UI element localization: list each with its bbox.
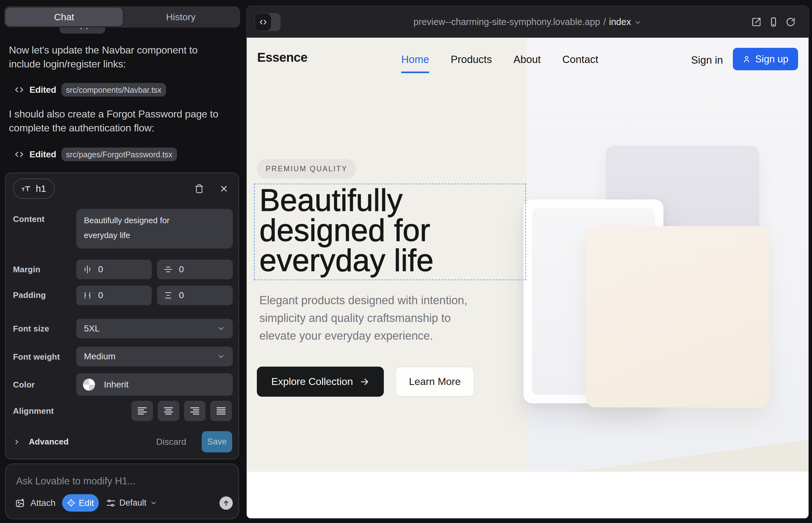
save-button[interactable]: Save <box>202 431 232 452</box>
hero-badge: PREMIUM QUALITY <box>257 159 356 179</box>
open-external-icon[interactable] <box>752 17 761 27</box>
color-label: Color <box>13 380 35 390</box>
attach-button[interactable]: Attach <box>15 498 55 508</box>
font-weight-select[interactable]: Medium <box>76 347 233 366</box>
content-label: Content <box>13 214 45 224</box>
font-size-select[interactable]: 5XL <box>76 319 233 339</box>
arrow-right-icon <box>360 377 369 386</box>
url-separator: / <box>603 17 606 27</box>
user-icon <box>742 55 751 63</box>
delete-element-button[interactable] <box>192 182 206 196</box>
alignment-buttons <box>131 401 232 421</box>
chat-composer: Ask Lovable to modify H1... Attach Edit … <box>5 464 239 519</box>
sliders-icon <box>106 498 116 508</box>
preview-window: preview--charming-site-symphony.lovable.… <box>246 6 809 519</box>
scrolled-chip-fragment <box>59 28 105 34</box>
font-size-label: Font size <box>13 324 49 334</box>
padding-x-input[interactable]: 0 <box>76 286 152 305</box>
file-chip[interactable]: src/pages/ForgotPassword.tsx <box>61 147 177 161</box>
padding-y-input[interactable]: 0 <box>157 286 233 305</box>
hero-card-beige <box>586 226 769 408</box>
nav-link-home[interactable]: Home <box>401 38 429 73</box>
padding-vertical-icon <box>163 291 173 300</box>
close-inspector-button[interactable] <box>217 182 231 196</box>
preview-url[interactable]: preview--charming-site-symphony.lovable.… <box>247 6 809 38</box>
site-next-section <box>247 472 809 519</box>
edited-file-row[interactable]: Edited src/pages/ForgotPassword.tsx <box>9 147 223 161</box>
chat-message: Now let's update the Navbar component to… <box>9 43 223 71</box>
type-icon <box>21 184 31 194</box>
site-preview: Essence Home Products About Contact Sign… <box>247 38 809 519</box>
align-justify-icon <box>216 405 226 416</box>
mobile-view-icon[interactable] <box>769 17 778 27</box>
lovable-editor: Chat History Now let's update the Navbar… <box>0 0 812 523</box>
margin-label: Margin <box>13 265 40 274</box>
sign-up-button[interactable]: Sign up <box>733 48 798 70</box>
explore-collection-button[interactable]: Explore Collection <box>257 366 384 397</box>
padding-horizontal-icon <box>83 291 92 300</box>
learn-more-button[interactable]: Learn More <box>395 366 474 397</box>
chevron-down-icon <box>150 500 157 507</box>
edited-label: Edited <box>30 147 56 161</box>
chat-history-tabs: Chat History <box>4 6 240 28</box>
site-navbar: Essence Home Products About Contact Sign… <box>247 38 809 82</box>
margin-x-input[interactable]: 0 <box>76 259 152 279</box>
discard-button[interactable]: Discard <box>156 437 186 447</box>
close-icon <box>219 184 229 194</box>
url-page: index <box>609 17 631 27</box>
send-button[interactable] <box>219 497 233 510</box>
chevron-down-icon <box>634 19 642 26</box>
nav-link-products[interactable]: Products <box>451 38 492 73</box>
hero-subheadline[interactable]: Elegant products designed with intention… <box>259 292 478 345</box>
element-tag-pill[interactable]: h1 <box>13 179 55 199</box>
model-selector[interactable]: Default <box>106 498 157 508</box>
advanced-toggle[interactable]: Advanced <box>13 437 69 447</box>
element-tag-name: h1 <box>36 184 46 194</box>
refresh-icon[interactable] <box>786 17 796 27</box>
file-chip[interactable]: src/components/Navbar.tsx <box>61 83 166 96</box>
preview-toolbar: preview--charming-site-symphony.lovable.… <box>247 6 809 38</box>
tab-history[interactable]: History <box>123 7 239 26</box>
align-left-icon <box>137 405 147 416</box>
locate-icon <box>67 499 75 507</box>
nav-link-about[interactable]: About <box>513 38 541 73</box>
chevron-down-icon <box>217 353 225 361</box>
hero-headline[interactable]: Beautifully designed for everyday life <box>259 185 532 275</box>
composer-input[interactable]: Ask Lovable to modify H1... <box>16 475 136 487</box>
align-right-icon <box>189 405 200 416</box>
tab-chat[interactable]: Chat <box>5 7 123 26</box>
margin-vertical-icon <box>163 265 173 274</box>
element-inspector-panel: h1 Content Beautifully designed for ever… <box>5 173 239 459</box>
chat-message: I should also create a Forgot Password p… <box>9 107 223 135</box>
padding-label: Padding <box>13 290 46 300</box>
color-input[interactable]: Inherit <box>76 373 233 396</box>
align-center-button[interactable] <box>158 401 179 421</box>
margin-y-input[interactable]: 0 <box>157 259 233 279</box>
trash-icon <box>194 184 204 194</box>
alignment-label: Alignment <box>13 406 54 416</box>
code-icon <box>15 150 23 159</box>
transparent-swatch <box>83 379 95 391</box>
align-right-button[interactable] <box>184 401 206 421</box>
chevron-right-icon <box>13 438 21 446</box>
align-left-button[interactable] <box>131 401 153 421</box>
sign-in-link[interactable]: Sign in <box>691 54 723 66</box>
edited-file-row[interactable]: Edited src/components/Navbar.tsx <box>9 83 223 96</box>
nav-link-contact[interactable]: Contact <box>562 38 599 73</box>
site-nav-links: Home Products About Contact <box>401 38 598 73</box>
content-input[interactable]: Beautifully designed for everyday life <box>76 209 233 249</box>
align-justify-button[interactable] <box>210 401 232 421</box>
font-weight-label: Font weight <box>13 352 60 362</box>
edit-mode-button[interactable]: Edit <box>62 494 99 511</box>
chevron-down-icon <box>217 325 225 333</box>
site-logo[interactable]: Essence <box>257 50 307 65</box>
edited-label: Edited <box>30 83 56 97</box>
chat-messages: Now let's update the Navbar component to… <box>9 43 223 161</box>
arrow-up-icon <box>223 500 230 507</box>
attach-image-icon <box>15 498 25 508</box>
code-icon <box>15 86 23 94</box>
url-host: preview--charming-site-symphony.lovable.… <box>413 17 600 27</box>
margin-horizontal-icon <box>83 265 92 274</box>
align-center-icon <box>163 405 174 416</box>
